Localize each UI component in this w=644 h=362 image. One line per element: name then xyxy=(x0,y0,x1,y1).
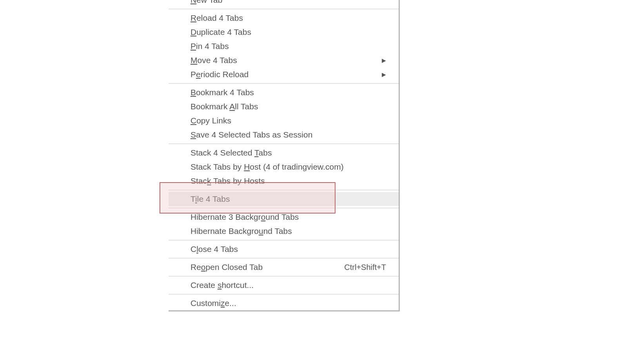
menu-item-label: Reopen Closed Tab xyxy=(190,260,263,274)
menu-item[interactable]: Reopen Closed TabCtrl+Shift+T xyxy=(169,260,399,274)
menu-separator xyxy=(169,258,399,259)
menu-item-label: Save 4 Selected Tabs as Session xyxy=(190,128,312,142)
menu-item[interactable]: Reload 4 Tabs xyxy=(169,11,399,25)
menu-item-label: Stack Tabs by Hosts xyxy=(190,174,265,188)
menu-separator xyxy=(169,9,399,9)
menu-item-label: Pin 4 Tabs xyxy=(190,39,229,53)
tab-context-menu: New TabReload 4 TabsDuplicate 4 TabsPin … xyxy=(169,0,400,311)
menu-item-label: Move 4 Tabs xyxy=(190,53,237,67)
menu-item-label: Stack Tabs by Host (4 of tradingview.com… xyxy=(190,160,344,174)
submenu-arrow-icon: ▶ xyxy=(382,53,386,67)
menu-item-label: Tile 4 Tabs xyxy=(190,192,230,206)
menu-separator xyxy=(169,83,399,84)
menu-item[interactable]: Bookmark 4 Tabs xyxy=(169,85,399,100)
menu-item[interactable]: Move 4 Tabs▶ xyxy=(169,53,399,67)
menu-item[interactable]: Periodic Reload▶ xyxy=(169,67,399,81)
menu-item[interactable]: Tile 4 Tabs xyxy=(169,192,399,206)
menu-separator xyxy=(169,208,399,208)
menu-separator xyxy=(169,143,399,144)
menu-item[interactable]: Stack Tabs by Hosts xyxy=(169,174,399,188)
menu-item[interactable]: Pin 4 Tabs xyxy=(169,39,399,53)
menu-item[interactable]: Create shortcut... xyxy=(169,278,399,292)
menu-item[interactable]: Hibernate 3 Background Tabs xyxy=(169,210,399,224)
menu-item-label: Customize... xyxy=(190,296,236,310)
menu-item-label: Copy Links xyxy=(190,114,231,128)
menu-item[interactable]: Stack Tabs by Host (4 of tradingview.com… xyxy=(169,160,399,174)
menu-item[interactable]: Customize... xyxy=(169,296,399,310)
menu-item-label: Reload 4 Tabs xyxy=(190,11,243,25)
menu-item-label: Hibernate 3 Background Tabs xyxy=(190,210,299,224)
menu-separator xyxy=(169,294,399,295)
menu-item[interactable]: Bookmark All Tabs xyxy=(169,100,399,114)
menu-item[interactable]: Save 4 Selected Tabs as Session xyxy=(169,128,399,142)
menu-item-label: Stack 4 Selected Tabs xyxy=(190,146,272,160)
submenu-arrow-icon: ▶ xyxy=(382,67,386,81)
menu-item[interactable]: Copy Links xyxy=(169,114,399,128)
menu-item[interactable]: Close 4 Tabs xyxy=(169,242,399,256)
menu-item-shortcut: Ctrl+Shift+T xyxy=(344,260,386,274)
menu-item-label: New Tab xyxy=(190,0,222,7)
menu-item-label: Create shortcut... xyxy=(190,278,254,292)
menu-item[interactable]: Stack 4 Selected Tabs xyxy=(169,146,399,160)
menu-item[interactable]: New Tab xyxy=(169,0,399,7)
menu-item-label: Periodic Reload xyxy=(190,67,249,81)
menu-item[interactable]: Duplicate 4 Tabs xyxy=(169,25,399,39)
menu-separator xyxy=(169,240,399,241)
menu-item-label: Bookmark 4 Tabs xyxy=(190,85,254,100)
menu-item-label: Close 4 Tabs xyxy=(190,242,238,256)
menu-item[interactable]: Hibernate Background Tabs xyxy=(169,224,399,238)
menu-separator xyxy=(169,276,399,277)
menu-separator xyxy=(169,190,399,190)
menu-item-label: Bookmark All Tabs xyxy=(190,100,258,114)
menu-item-label: Hibernate Background Tabs xyxy=(190,224,292,238)
menu-item-label: Duplicate 4 Tabs xyxy=(190,25,251,39)
